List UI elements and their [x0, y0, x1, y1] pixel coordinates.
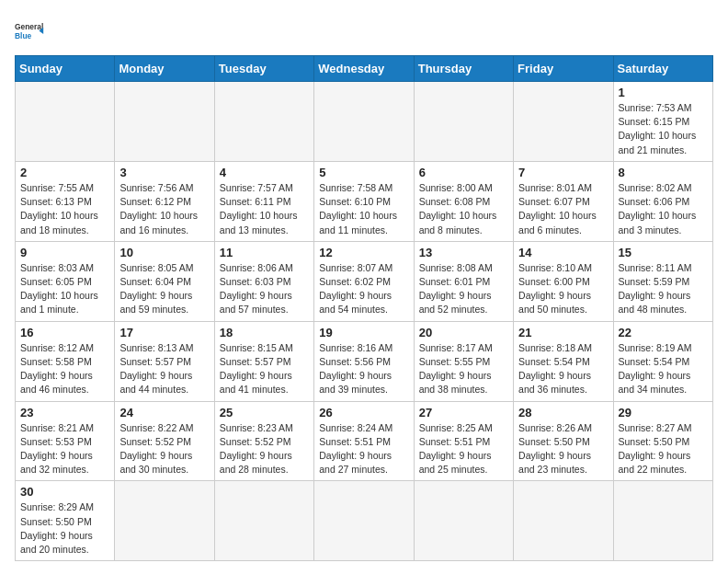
- day-number: 12: [319, 246, 408, 259]
- day-number: 29: [619, 406, 708, 419]
- day-info: Sunrise: 8:29 AM Sunset: 5:50 PM Dayligh…: [20, 500, 109, 557]
- day-number: 17: [119, 326, 209, 339]
- calendar-header-friday: Friday: [514, 56, 613, 82]
- calendar-cell: 22Sunrise: 8:19 AM Sunset: 5:54 PM Dayli…: [613, 321, 712, 401]
- calendar-week-row: 2Sunrise: 7:55 AM Sunset: 6:13 PM Daylig…: [16, 161, 713, 241]
- calendar-week-row: 9Sunrise: 8:03 AM Sunset: 6:05 PM Daylig…: [16, 241, 713, 321]
- generalblue-logo-icon: GeneralBlue: [15, 15, 48, 48]
- day-info: Sunrise: 8:18 AM Sunset: 5:54 PM Dayligh…: [518, 341, 608, 397]
- calendar-header-thursday: Thursday: [414, 56, 513, 82]
- day-info: Sunrise: 8:23 AM Sunset: 5:52 PM Dayligh…: [220, 421, 309, 477]
- calendar-cell: 24Sunrise: 8:22 AM Sunset: 5:52 PM Dayli…: [115, 401, 214, 481]
- day-number: 6: [419, 166, 508, 179]
- day-info: Sunrise: 8:11 AM Sunset: 5:59 PM Dayligh…: [619, 261, 708, 317]
- day-info: Sunrise: 8:15 AM Sunset: 5:57 PM Dayligh…: [220, 341, 309, 397]
- calendar-week-row: 1Sunrise: 7:53 AM Sunset: 6:15 PM Daylig…: [16, 82, 713, 162]
- day-number: 15: [619, 246, 708, 259]
- day-number: 27: [419, 406, 508, 419]
- calendar-cell: [314, 481, 414, 561]
- day-info: Sunrise: 8:12 AM Sunset: 5:58 PM Dayligh…: [20, 341, 109, 397]
- calendar-cell: [414, 481, 513, 561]
- calendar-cell: [514, 82, 613, 162]
- calendar-cell: [414, 82, 513, 162]
- day-info: Sunrise: 7:56 AM Sunset: 6:12 PM Dayligh…: [119, 181, 209, 237]
- day-number: 24: [119, 406, 209, 419]
- day-number: 28: [518, 406, 608, 419]
- day-info: Sunrise: 8:03 AM Sunset: 6:05 PM Dayligh…: [20, 261, 109, 317]
- calendar-cell: [514, 481, 613, 561]
- calendar-cell: 10Sunrise: 8:05 AM Sunset: 6:04 PM Dayli…: [115, 241, 214, 321]
- calendar-cell: 21Sunrise: 8:18 AM Sunset: 5:54 PM Dayli…: [514, 321, 613, 401]
- day-number: 26: [319, 406, 408, 419]
- calendar-cell: [613, 481, 712, 561]
- day-info: Sunrise: 8:08 AM Sunset: 6:01 PM Dayligh…: [419, 261, 508, 317]
- calendar-cell: 12Sunrise: 8:07 AM Sunset: 6:02 PM Dayli…: [314, 241, 414, 321]
- day-info: Sunrise: 8:16 AM Sunset: 5:56 PM Dayligh…: [319, 341, 408, 397]
- svg-text:General: General: [15, 22, 43, 31]
- calendar-cell: [115, 82, 214, 162]
- calendar-cell: 29Sunrise: 8:27 AM Sunset: 5:50 PM Dayli…: [613, 401, 712, 481]
- day-info: Sunrise: 8:00 AM Sunset: 6:08 PM Dayligh…: [419, 181, 508, 237]
- day-number: 2: [20, 166, 109, 179]
- calendar-cell: 2Sunrise: 7:55 AM Sunset: 6:13 PM Daylig…: [16, 161, 115, 241]
- calendar-cell: 9Sunrise: 8:03 AM Sunset: 6:05 PM Daylig…: [16, 241, 115, 321]
- calendar-cell: [314, 82, 414, 162]
- day-info: Sunrise: 8:21 AM Sunset: 5:53 PM Dayligh…: [20, 421, 109, 477]
- day-number: 13: [419, 246, 508, 259]
- calendar-cell: 15Sunrise: 8:11 AM Sunset: 5:59 PM Dayli…: [613, 241, 712, 321]
- day-info: Sunrise: 8:17 AM Sunset: 5:55 PM Dayligh…: [419, 341, 508, 397]
- calendar-cell: 14Sunrise: 8:10 AM Sunset: 6:00 PM Dayli…: [514, 241, 613, 321]
- calendar-week-row: 23Sunrise: 8:21 AM Sunset: 5:53 PM Dayli…: [16, 401, 713, 481]
- calendar-cell: 5Sunrise: 7:58 AM Sunset: 6:10 PM Daylig…: [314, 161, 414, 241]
- day-number: 21: [518, 326, 608, 339]
- calendar-cell: 28Sunrise: 8:26 AM Sunset: 5:50 PM Dayli…: [514, 401, 613, 481]
- calendar-header-saturday: Saturday: [613, 56, 712, 82]
- calendar-table: SundayMondayTuesdayWednesdayThursdayFrid…: [15, 55, 713, 561]
- day-info: Sunrise: 8:02 AM Sunset: 6:06 PM Dayligh…: [619, 181, 708, 237]
- day-number: 3: [119, 166, 209, 179]
- day-number: 14: [518, 246, 608, 259]
- day-info: Sunrise: 8:06 AM Sunset: 6:03 PM Dayligh…: [220, 261, 309, 317]
- day-info: Sunrise: 8:25 AM Sunset: 5:51 PM Dayligh…: [419, 421, 508, 477]
- calendar-cell: 30Sunrise: 8:29 AM Sunset: 5:50 PM Dayli…: [16, 481, 115, 561]
- day-number: 25: [220, 406, 309, 419]
- day-info: Sunrise: 8:26 AM Sunset: 5:50 PM Dayligh…: [518, 421, 608, 477]
- calendar-cell: 6Sunrise: 8:00 AM Sunset: 6:08 PM Daylig…: [414, 161, 513, 241]
- day-info: Sunrise: 8:27 AM Sunset: 5:50 PM Dayligh…: [619, 421, 708, 477]
- calendar-cell: 25Sunrise: 8:23 AM Sunset: 5:52 PM Dayli…: [214, 401, 313, 481]
- day-number: 22: [619, 326, 708, 339]
- calendar-cell: 4Sunrise: 7:57 AM Sunset: 6:11 PM Daylig…: [214, 161, 313, 241]
- calendar-cell: 17Sunrise: 8:13 AM Sunset: 5:57 PM Dayli…: [115, 321, 214, 401]
- calendar-cell: 8Sunrise: 8:02 AM Sunset: 6:06 PM Daylig…: [613, 161, 712, 241]
- day-number: 16: [20, 326, 109, 339]
- day-info: Sunrise: 8:22 AM Sunset: 5:52 PM Dayligh…: [119, 421, 209, 477]
- day-number: 20: [419, 326, 508, 339]
- calendar-cell: 26Sunrise: 8:24 AM Sunset: 5:51 PM Dayli…: [314, 401, 414, 481]
- day-number: 11: [220, 246, 309, 259]
- day-info: Sunrise: 8:05 AM Sunset: 6:04 PM Dayligh…: [119, 261, 209, 317]
- svg-text:Blue: Blue: [15, 31, 32, 40]
- day-number: 18: [220, 326, 309, 339]
- calendar-cell: [115, 481, 214, 561]
- calendar-cell: [214, 82, 313, 162]
- calendar-cell: [214, 481, 313, 561]
- page-header: GeneralBlue: [15, 15, 713, 48]
- day-info: Sunrise: 8:24 AM Sunset: 5:51 PM Dayligh…: [319, 421, 408, 477]
- day-number: 23: [20, 406, 109, 419]
- calendar-cell: 16Sunrise: 8:12 AM Sunset: 5:58 PM Dayli…: [16, 321, 115, 401]
- calendar-header-wednesday: Wednesday: [314, 56, 414, 82]
- logo: GeneralBlue: [15, 15, 48, 48]
- day-number: 9: [20, 246, 109, 259]
- day-number: 30: [20, 485, 109, 499]
- calendar-cell: 13Sunrise: 8:08 AM Sunset: 6:01 PM Dayli…: [414, 241, 513, 321]
- day-info: Sunrise: 8:13 AM Sunset: 5:57 PM Dayligh…: [119, 341, 209, 397]
- calendar-header-monday: Monday: [115, 56, 214, 82]
- day-info: Sunrise: 7:58 AM Sunset: 6:10 PM Dayligh…: [319, 181, 408, 237]
- day-info: Sunrise: 8:01 AM Sunset: 6:07 PM Dayligh…: [518, 181, 608, 237]
- day-number: 8: [619, 166, 708, 179]
- day-number: 10: [119, 246, 209, 259]
- calendar-cell: [16, 82, 115, 162]
- calendar-cell: 20Sunrise: 8:17 AM Sunset: 5:55 PM Dayli…: [414, 321, 513, 401]
- day-info: Sunrise: 7:57 AM Sunset: 6:11 PM Dayligh…: [220, 181, 309, 237]
- day-number: 7: [518, 166, 608, 179]
